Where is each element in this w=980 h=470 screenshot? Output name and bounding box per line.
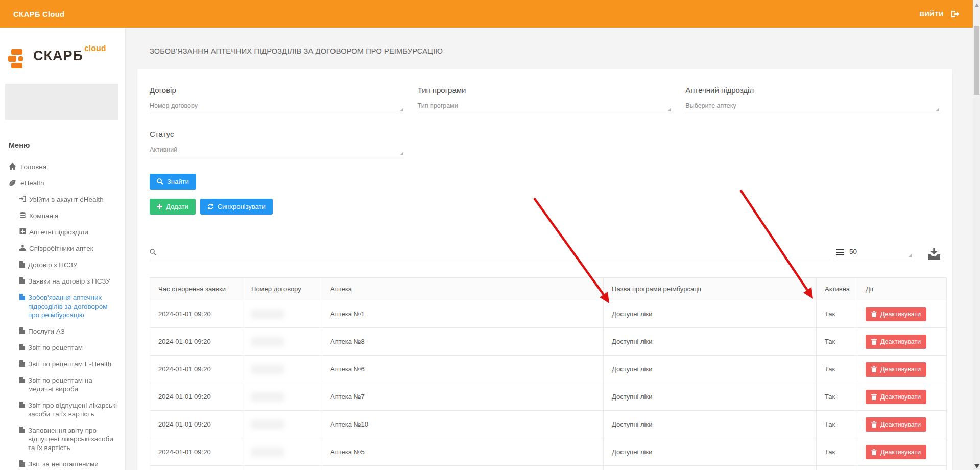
sidebar-nav: Головна eHealth Увійти в акаунт eHealth … (0, 162, 125, 470)
page-size-value: 50 (849, 248, 857, 255)
sidebar-item-dispensed-drugs-report[interactable]: Звіт про відпущені лікарські засоби та ї… (0, 401, 125, 418)
list-icon (836, 249, 844, 255)
sidebar-item-az-services[interactable]: Послуги АЗ (0, 327, 125, 336)
table-search-input[interactable] (160, 248, 830, 255)
cell-active: Так (817, 328, 857, 356)
sidebar-item-nszu-contract-requests[interactable]: Заявки на договір з НСЗУ (0, 277, 125, 286)
col-pharmacy: Аптека (322, 278, 604, 300)
sidebar-item-prescription-report[interactable]: Звіт по рецептам (0, 343, 125, 352)
vertical-scrollbar[interactable] (973, 0, 980, 470)
users-icon (19, 245, 26, 251)
deactivate-button[interactable]: Деактивувати (866, 335, 926, 349)
sidebar-item-ehealth[interactable]: eHealth (0, 179, 125, 187)
deactivate-button[interactable]: Деактивувати (866, 445, 926, 459)
plus-square-icon (19, 228, 26, 234)
redacted-contract-number (251, 420, 284, 429)
sidebar-item-pharmacy-units[interactable]: Аптечні підрозділи (0, 228, 125, 237)
sidebar-item-unredeemed-prescriptions-report[interactable]: Звіт за непогашеними рецептами (новий) (0, 460, 125, 470)
select-corner-icon (400, 108, 403, 111)
table-row: 2024-01-01 09:20 Аптека №10 Доступні лік… (150, 411, 947, 438)
filter-program-type: Тип програми Тип програми (418, 86, 673, 114)
file-icon (19, 327, 25, 334)
table-row: 2024-01-01 09:20 Аптека №1 Доступні ліки… (150, 300, 947, 328)
filter-status: Статус Активний (150, 130, 404, 158)
sidebar-item-reimbursement-obligations[interactable]: Зобов'язання аптечних підрозділів за дог… (0, 293, 125, 319)
file-icon (19, 460, 25, 467)
cell-pharmacy: Аптека №8 (322, 328, 604, 356)
trash-icon (871, 421, 877, 428)
cell-actions: Деактивувати (857, 466, 947, 470)
cell-program: Доступні ліки (604, 356, 817, 383)
database-icon (19, 212, 26, 218)
col-created: Час створення заявки (150, 278, 243, 300)
filters: Договір Номер договору Тип програми Тип … (150, 86, 940, 158)
file-icon (19, 427, 25, 433)
cell-active: Так (817, 300, 857, 328)
deactivate-button[interactable]: Деактивувати (866, 307, 926, 321)
cell-active: Так (817, 438, 857, 466)
scroll-up-icon[interactable] (975, 4, 979, 7)
table-row: 2024-01-01 09:20 Аптека №7 Доступні ліки… (150, 383, 947, 411)
select-corner-icon (908, 254, 912, 257)
table-row: 2024-01-01 09:20 Аптека №8 Доступні ліки… (150, 328, 947, 356)
file-icon (19, 344, 25, 350)
cell-created: 2024-01-01 09:20 (150, 356, 243, 383)
download-icon[interactable] (928, 247, 940, 260)
file-icon (19, 377, 25, 383)
logout-button[interactable]: ВИЙТИ (920, 10, 960, 18)
sign-out-icon (951, 10, 960, 18)
find-button[interactable]: Знайти (150, 174, 196, 190)
cell-contract (243, 438, 322, 466)
sidebar-item-nszu-contract[interactable]: Договір з НСЗУ (0, 261, 125, 269)
sidebar-item-pharmacy-staff[interactable]: Співробітники аптек (0, 244, 125, 253)
sidebar-item-company[interactable]: Компанія (0, 212, 125, 220)
redacted-contract-number (251, 310, 284, 319)
scroll-down-icon[interactable] (974, 464, 979, 468)
page-title: ЗОБОВ'ЯЗАННЯ АПТЕЧНИХ ПІДРОЗДІЛІВ ЗА ДОГ… (125, 28, 973, 69)
file-icon (19, 402, 25, 408)
cell-created: 2024-01-01 09:20 (150, 411, 243, 438)
plus-icon (157, 204, 162, 209)
cell-program: Доступні ліки (604, 438, 817, 466)
select-corner-icon (400, 152, 403, 155)
cell-contract (243, 300, 322, 328)
sidebar-placeholder (5, 84, 118, 120)
topbar: СКАРБ Cloud ВИЙТИ (0, 0, 973, 28)
filter-contract-label: Договір (150, 86, 404, 95)
sync-button[interactable]: Синхронізувати (200, 199, 273, 215)
app-brand[interactable]: СКАРБ Cloud (13, 10, 64, 18)
cell-contract (243, 466, 322, 470)
logout-label: ВИЙТИ (920, 10, 944, 18)
cell-program: Доступні ліки (604, 383, 817, 411)
filter-program-type-label: Тип програми (418, 86, 673, 95)
redacted-contract-number (251, 365, 284, 374)
contract-select[interactable]: Номер договору (150, 102, 404, 114)
sidebar-item-fill-dispensed-drugs-report[interactable]: Заповнення звіту про відпущені лікарські… (0, 426, 125, 452)
sidebar-item-prescription-report-ehealth[interactable]: Звіт по рецептам E-Health (0, 360, 125, 368)
trash-icon (871, 339, 877, 345)
sidebar-item-ehealth-login[interactable]: Увійти в акаунт eHealth (0, 195, 125, 204)
deactivate-button[interactable]: Деактивувати (866, 417, 926, 432)
cell-created: 2024-01-01 09:20 (150, 466, 243, 470)
page-size-select[interactable]: 50 (836, 248, 913, 260)
deactivate-button[interactable]: Деактивувати (866, 362, 926, 377)
logo[interactable]: СКАРБ cloud (0, 28, 125, 77)
sidebar: СКАРБ cloud Меню Головна eHealth Увійти … (0, 28, 125, 470)
cell-active: Так (817, 466, 857, 470)
scrollbar-thumb[interactable] (974, 26, 979, 95)
cell-program: Доступні ліки (604, 466, 817, 470)
trash-icon (871, 394, 877, 400)
pharmacy-unit-select[interactable]: Выберите аптеку (685, 102, 940, 114)
sidebar-item-prescription-report-medical[interactable]: Звіт по рецептам на медичні вироби (0, 376, 125, 393)
add-button[interactable]: Додати (150, 199, 196, 215)
content-card: Договір Номер договору Тип програми Тип … (137, 69, 952, 470)
sidebar-item-home[interactable]: Головна (0, 162, 125, 171)
program-type-select[interactable]: Тип програми (418, 102, 673, 114)
cell-created: 2024-01-01 09:20 (150, 328, 243, 356)
file-icon (19, 277, 25, 284)
table-search[interactable] (150, 248, 830, 260)
table-row: 2024-01-01 09:20 Аптека №4 Доступні ліки… (150, 466, 947, 470)
status-select[interactable]: Активний (150, 146, 404, 158)
cell-program: Доступні ліки (604, 328, 817, 356)
deactivate-button[interactable]: Деактивувати (866, 390, 926, 404)
